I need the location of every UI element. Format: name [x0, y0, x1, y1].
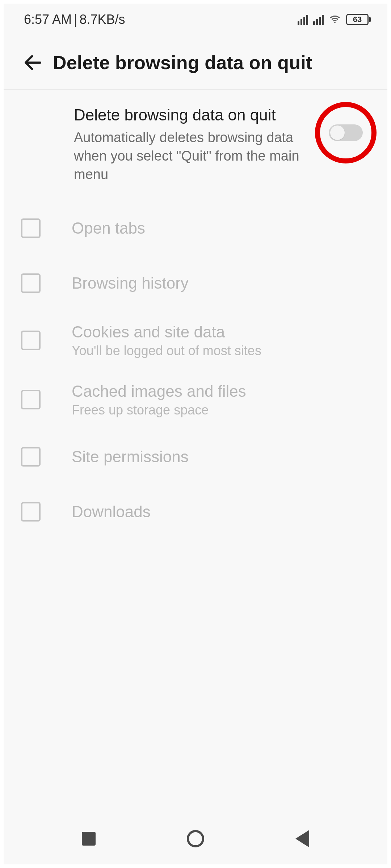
circle-icon	[187, 830, 204, 847]
nav-back-button[interactable]	[281, 830, 324, 847]
status-bar: 6:57 AM | 8.7KB/s	[4, 4, 387, 35]
signal-sim2-icon	[313, 14, 324, 25]
arrow-left-icon	[22, 52, 44, 73]
status-right: 63	[298, 13, 371, 26]
page-title: Delete browsing data on quit	[53, 52, 312, 73]
option-label: Downloads	[72, 502, 151, 522]
nav-home-button[interactable]	[174, 830, 217, 847]
option-label: Site permissions	[72, 447, 189, 467]
checkbox-cookies[interactable]	[21, 331, 41, 350]
nav-bar	[4, 819, 387, 859]
option-label: Browsing history	[72, 273, 189, 293]
main-toggle-subtitle: Automatically deletes browsing data when…	[74, 128, 304, 184]
option-label: Cached images and files	[72, 381, 246, 401]
main-toggle-switch[interactable]	[329, 124, 363, 141]
checkbox-downloads[interactable]	[21, 502, 41, 522]
wifi-icon	[329, 13, 341, 26]
option-open-tabs[interactable]: Open tabs	[4, 201, 387, 256]
signal-sim1-icon	[298, 14, 308, 25]
triangle-left-icon	[295, 830, 309, 847]
status-left: 6:57 AM | 8.7KB/s	[24, 12, 125, 27]
main-toggle-row[interactable]: Delete browsing data on quit Automatical…	[4, 90, 387, 201]
checkbox-cached[interactable]	[21, 390, 41, 409]
option-sublabel: You'll be logged out of most sites	[72, 343, 261, 358]
main-toggle-title: Delete browsing data on quit	[74, 106, 304, 125]
checkbox-site-permissions[interactable]	[21, 447, 41, 467]
option-downloads[interactable]: Downloads	[4, 484, 387, 539]
option-label: Open tabs	[72, 218, 145, 238]
nav-recents-button[interactable]	[67, 832, 110, 846]
status-separator: |	[74, 12, 77, 27]
square-icon	[82, 832, 96, 846]
toggle-knob	[330, 125, 345, 140]
app-bar: Delete browsing data on quit	[4, 35, 387, 90]
option-browsing-history[interactable]: Browsing history	[4, 256, 387, 311]
checkbox-browsing-history[interactable]	[21, 273, 41, 293]
status-net-speed: 8.7KB/s	[79, 12, 125, 27]
option-cached[interactable]: Cached images and filesFrees up storage …	[4, 370, 387, 429]
battery-icon: 63	[346, 14, 371, 25]
option-label: Cookies and site data	[72, 322, 261, 342]
status-time: 6:57 AM	[24, 12, 72, 27]
options-list: Open tabsBrowsing historyCookies and sit…	[4, 201, 387, 539]
option-sublabel: Frees up storage space	[72, 403, 246, 418]
checkbox-open-tabs[interactable]	[21, 218, 41, 238]
svg-point-0	[334, 22, 336, 24]
back-button[interactable]	[17, 46, 49, 79]
option-cookies[interactable]: Cookies and site dataYou'll be logged ou…	[4, 311, 387, 370]
battery-percent: 63	[353, 15, 362, 24]
option-site-permissions[interactable]: Site permissions	[4, 429, 387, 484]
